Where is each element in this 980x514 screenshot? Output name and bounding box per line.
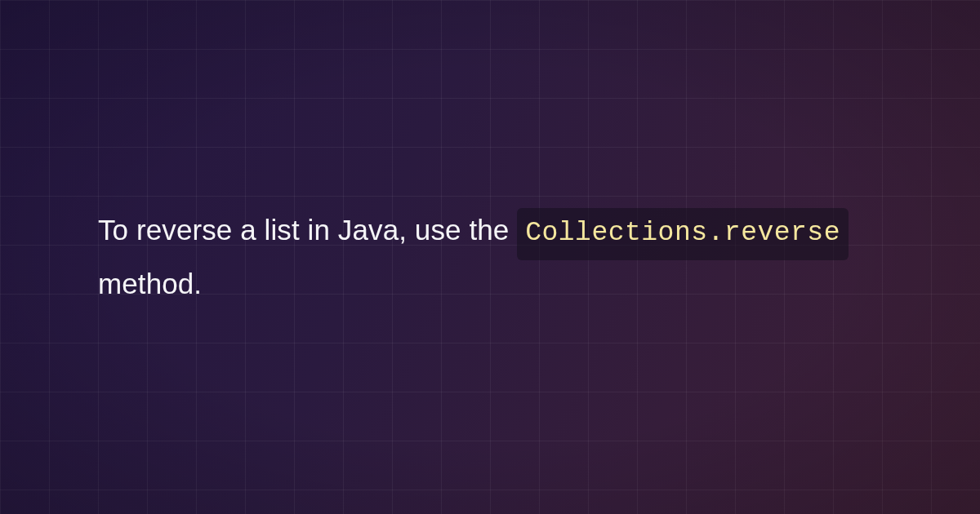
description-text: To reverse a list in Java, use the Colle… — [98, 206, 882, 308]
code-snippet: Collections.reverse — [517, 208, 849, 260]
content-block: To reverse a list in Java, use the Colle… — [98, 0, 882, 514]
text-suffix: method. — [98, 268, 202, 299]
text-prefix: To reverse a list in Java, use the — [98, 214, 517, 246]
